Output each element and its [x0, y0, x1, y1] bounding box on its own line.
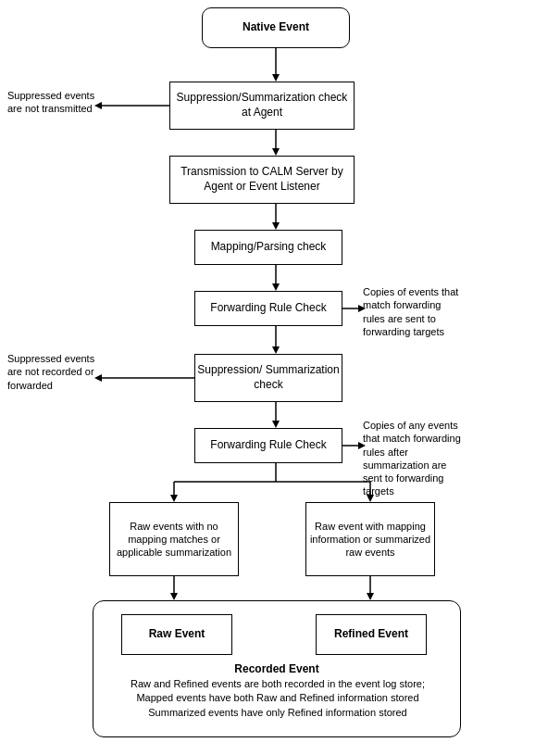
forwarding-rule-2-box: Forwarding Rule Check: [194, 428, 342, 463]
svg-marker-20: [170, 593, 178, 600]
transmission-box: Transmission to CALM Server by Agent or …: [169, 156, 355, 204]
recorded-event-description: Raw and Refined events are both recorded…: [103, 677, 453, 720]
svg-marker-22: [367, 593, 374, 600]
svg-marker-9: [272, 346, 280, 354]
terminal-box: Raw Event Refined Event Recorded Event R…: [93, 600, 461, 737]
refined-event-box: Refined Event: [316, 614, 427, 655]
svg-marker-7: [272, 283, 280, 291]
flow-diagram: Native Event Suppression/Summarization c…: [0, 0, 560, 755]
suppression-check-box: Suppression/ Summarization check: [194, 354, 342, 402]
annotation-suppressed-agent: Suppressed events are not transmitted: [7, 89, 98, 116]
svg-marker-3: [272, 148, 280, 156]
native-event-box: Native Event: [202, 7, 350, 48]
svg-marker-5: [272, 222, 280, 230]
annotation-forwarding-copies-2: Copies of any events that match forwardi…: [363, 419, 463, 498]
suppression-agent-box: Suppression/Summarization check at Agent: [169, 82, 355, 130]
annotation-forwarding-copies-1: Copies of events that match forwarding r…: [363, 285, 463, 338]
raw-no-mapping-box: Raw events with no mapping matches or ap…: [109, 502, 239, 576]
raw-with-mapping-box: Raw event with mapping information or su…: [305, 502, 435, 576]
svg-marker-11: [272, 421, 280, 428]
forwarding-rule-1-box: Forwarding Rule Check: [194, 291, 342, 326]
recorded-event-title: Recorded Event: [93, 662, 460, 675]
mapping-parsing-box: Mapping/Parsing check: [194, 230, 342, 265]
raw-event-box: Raw Event: [121, 614, 232, 655]
svg-marker-1: [272, 74, 280, 82]
annotation-suppressed-server: Suppressed events are not recorded or fo…: [7, 352, 98, 392]
svg-marker-15: [170, 495, 178, 502]
